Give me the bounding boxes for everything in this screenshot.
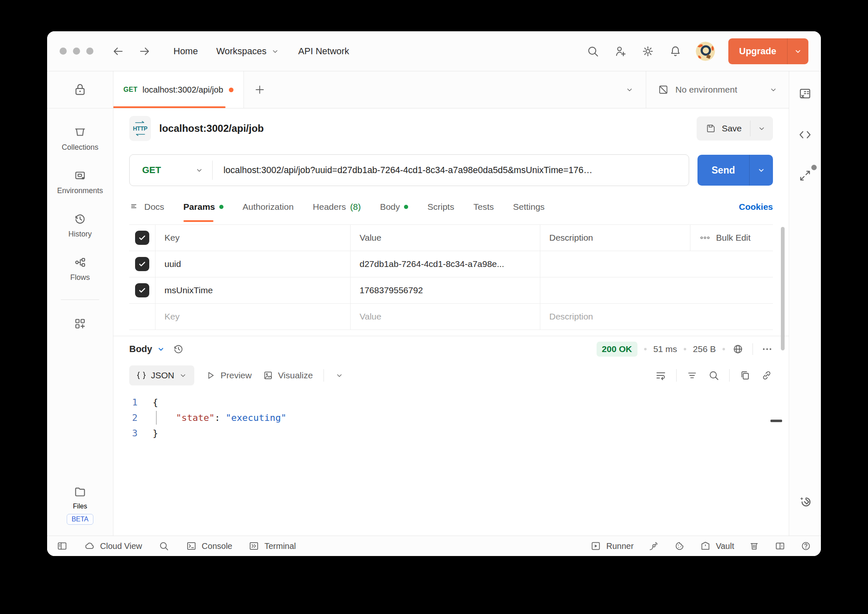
- nav-home[interactable]: Home: [173, 46, 198, 57]
- row-checkbox[interactable]: [135, 257, 149, 271]
- status-badge[interactable]: 200 OK: [597, 342, 637, 357]
- runner-button[interactable]: Runner: [590, 540, 634, 552]
- param-value-cell[interactable]: d27db1ab-7264-4cd1-8c34-a7a98e...: [350, 251, 540, 277]
- beta-badge: BETA: [67, 514, 94, 525]
- param-key-placeholder[interactable]: Key: [155, 304, 350, 330]
- back-icon[interactable]: [111, 44, 125, 58]
- params-scrollbar[interactable]: [781, 227, 785, 350]
- cookies-icon[interactable]: [674, 540, 685, 552]
- close-window-button[interactable]: [60, 48, 67, 55]
- tab-tests[interactable]: Tests: [473, 192, 494, 222]
- send-button[interactable]: Send: [697, 155, 773, 186]
- tab-scripts[interactable]: Scripts: [427, 192, 454, 222]
- new-tab-button[interactable]: [244, 71, 276, 108]
- terminal-button[interactable]: Terminal: [248, 540, 296, 552]
- copy-icon[interactable]: [739, 369, 751, 382]
- environment-selector[interactable]: No environment: [646, 71, 789, 108]
- nav-workspaces[interactable]: Workspaces: [216, 46, 280, 57]
- sidebar-item-files[interactable]: Files BETA: [67, 485, 94, 525]
- no-environment-icon: [657, 83, 670, 96]
- invite-user-icon[interactable]: [613, 44, 627, 58]
- param-value-cell[interactable]: 1768379556792: [350, 277, 540, 304]
- request-tabs: Docs Params Authorization Headers (8) Bo…: [113, 192, 789, 222]
- send-dropdown[interactable]: [750, 155, 773, 186]
- status-bar: Cloud View Console Terminal Runner Vault: [47, 536, 821, 556]
- search-icon[interactable]: [586, 44, 600, 58]
- tab-body[interactable]: Body: [380, 192, 408, 222]
- console-button[interactable]: Console: [186, 540, 232, 552]
- sidebar-item-collections[interactable]: Collections: [62, 125, 98, 152]
- tab-list-dropdown[interactable]: [613, 85, 646, 94]
- minimize-window-button[interactable]: [73, 48, 80, 55]
- zoom-window-button[interactable]: [86, 48, 93, 55]
- notifications-bell-icon[interactable]: [668, 44, 682, 58]
- link-icon[interactable]: [760, 369, 773, 382]
- preview-button[interactable]: Preview: [205, 370, 252, 381]
- sidebar-item-history[interactable]: History: [68, 212, 92, 239]
- save-dropdown[interactable]: [750, 116, 773, 141]
- cloud-view-button[interactable]: Cloud View: [84, 540, 142, 552]
- upgrade-button[interactable]: Upgrade: [728, 38, 808, 64]
- capture-requests-icon[interactable]: [648, 540, 660, 552]
- format-lines-icon[interactable]: [686, 369, 698, 382]
- sidebar-item-environments[interactable]: Environments: [57, 169, 103, 195]
- response-size[interactable]: 256 B: [693, 344, 716, 354]
- method-selector[interactable]: GET: [130, 165, 212, 176]
- cookies-link[interactable]: Cookies: [739, 192, 773, 222]
- visualize-button[interactable]: Visualize: [263, 370, 313, 381]
- open-request-tab[interactable]: GET localhost:3002/api/job: [113, 71, 244, 108]
- response-time[interactable]: 51 ms: [653, 344, 677, 354]
- split-panel-icon[interactable]: [774, 540, 786, 552]
- select-all-checkbox[interactable]: [135, 231, 149, 245]
- postbot-icon: [797, 495, 813, 511]
- tab-headers[interactable]: Headers (8): [313, 192, 361, 222]
- response-history-icon[interactable]: [172, 343, 185, 355]
- save-button[interactable]: Save: [697, 116, 773, 141]
- tab-params[interactable]: Params: [183, 192, 223, 222]
- more-options-icon[interactable]: [761, 346, 773, 352]
- window-controls[interactable]: [60, 48, 93, 55]
- param-desc-cell[interactable]: [540, 277, 773, 304]
- sidebar-lock-section[interactable]: [47, 71, 113, 108]
- search-response-icon[interactable]: [707, 369, 720, 382]
- tab-authorization[interactable]: Authorization: [243, 192, 294, 222]
- tab-docs[interactable]: Docs: [129, 192, 164, 222]
- param-value-placeholder[interactable]: Value: [350, 304, 540, 330]
- nav-api-network[interactable]: API Network: [298, 46, 349, 57]
- documentation-variables-icon[interactable]: [798, 86, 813, 101]
- response-body-viewer[interactable]: 1 { 2 "state": "executing" 3 }: [113, 389, 789, 536]
- chevron-down-icon: [178, 371, 188, 380]
- vault-button[interactable]: Vault: [700, 540, 734, 552]
- help-icon[interactable]: [800, 540, 812, 552]
- row-checkbox[interactable]: [135, 283, 149, 297]
- line-number: 3: [113, 425, 138, 441]
- wrap-text-icon[interactable]: [655, 369, 667, 382]
- tab-settings[interactable]: Settings: [513, 192, 544, 222]
- response-format-dropdown[interactable]: JSON: [129, 365, 194, 385]
- left-sidebar: Collections Environments History Flows F…: [47, 71, 113, 536]
- sidebar-item-flows[interactable]: Flows: [70, 255, 90, 282]
- upgrade-dropdown[interactable]: [788, 38, 808, 64]
- sidebar-more-tools[interactable]: [73, 317, 87, 331]
- params-dot: [219, 205, 223, 209]
- collapse-panel-wrap[interactable]: [798, 168, 813, 185]
- settings-gear-icon[interactable]: [641, 44, 655, 58]
- postbot-button[interactable]: [797, 495, 813, 512]
- url-input[interactable]: localhost:3002/api/job?uuid=d27db1ab-726…: [213, 165, 689, 176]
- trash-icon[interactable]: [748, 540, 760, 552]
- code-snippet-icon[interactable]: [798, 127, 813, 142]
- bulk-edit-button[interactable]: Bulk Edit: [700, 233, 764, 243]
- response-body-dropdown[interactable]: Body: [129, 344, 166, 355]
- avatar[interactable]: [696, 42, 715, 61]
- toolbar-more-dropdown[interactable]: [335, 371, 344, 380]
- param-desc-placeholder[interactable]: Description: [540, 304, 773, 330]
- response-scrollbar-mark[interactable]: [770, 420, 782, 422]
- find-icon[interactable]: [158, 540, 170, 552]
- col-value: Value: [350, 225, 540, 251]
- param-key-cell[interactable]: uuid: [155, 251, 350, 277]
- param-desc-cell[interactable]: [540, 251, 773, 277]
- toggle-sidebar-icon[interactable]: [56, 540, 68, 552]
- forward-icon[interactable]: [138, 44, 152, 58]
- globe-icon[interactable]: [732, 343, 744, 355]
- param-key-cell[interactable]: msUnixTime: [155, 277, 350, 304]
